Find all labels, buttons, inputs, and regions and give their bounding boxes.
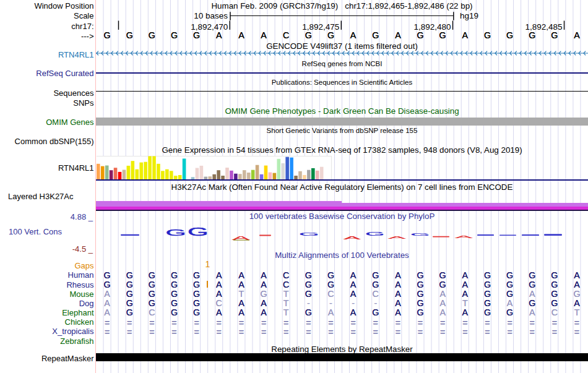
svg-text:A: A <box>388 236 406 239</box>
svg-text:A: A <box>344 235 361 240</box>
svg-text:G: G <box>410 233 430 237</box>
svg-text:G: G <box>166 228 186 238</box>
svg-text:G: G <box>299 231 319 237</box>
svg-text:G: G <box>365 231 385 237</box>
svg-text:G: G <box>188 225 209 238</box>
svg-text:A: A <box>455 236 473 239</box>
